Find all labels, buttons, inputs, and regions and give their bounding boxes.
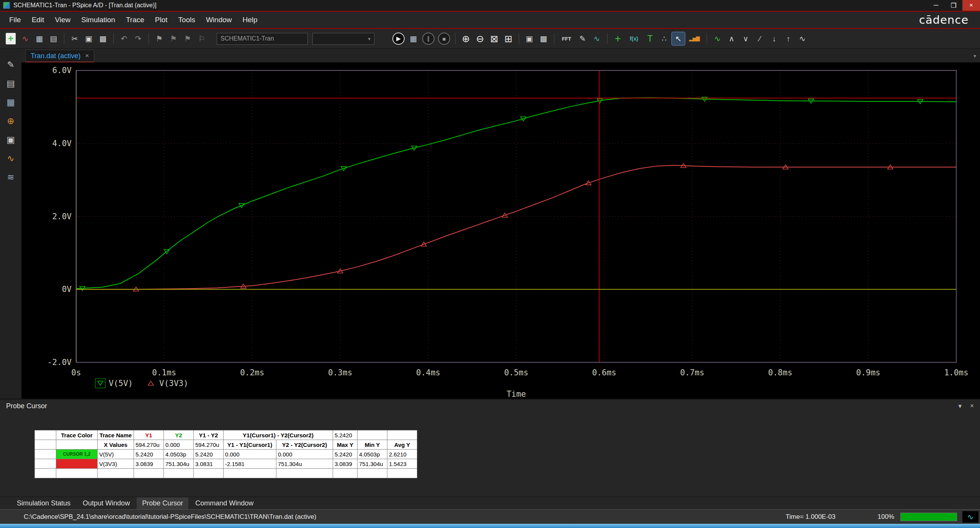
undo-icon[interactable]: ↶ [118,32,131,45]
menu-simulation[interactable]: Simulation [76,13,121,27]
copy-plot-icon[interactable]: ▣ [523,32,536,45]
app-icon [3,2,10,9]
circuit-file-icon[interactable]: ▦ [3,95,18,109]
close-icon[interactable]: × [85,52,89,60]
legend-label-V(3V3)[interactable]: V(3V3) [159,379,188,388]
add-trace-icon[interactable]: + [611,32,624,45]
tab-probe-cursor[interactable]: Probe Cursor [137,497,188,509]
cut-icon[interactable]: ✂ [68,32,81,45]
tab-simulation-status[interactable]: Simulation Status [11,497,76,509]
trace-swatch-cell [56,459,98,469]
v3v3-y2: 751.304u [164,459,194,469]
table-row: CURSOR 1,2 V(5V) 5.2420 4.0503p 5.2420 0… [35,450,417,459]
marker-tools-icon[interactable]: ≋ [3,170,18,184]
redo-icon[interactable]: ↷ [132,32,145,45]
simulation-output-icon[interactable]: ▤ [3,77,18,90]
paste-plot-icon[interactable]: ▩ [537,32,550,45]
search-trace-icon[interactable]: ⊕ [3,114,18,128]
toolbar-separator [607,33,608,44]
simulation-profile-combo[interactable]: SCHEMATIC1-Tran [217,33,308,45]
trace-name-v5v: V(5V) [98,450,134,459]
tab-tran-dat[interactable]: Tran.dat (active) × [25,50,94,62]
waveform-plot-area[interactable]: -2.0V0V2.0V4.0V6.0V0s0.1ms0.2ms0.3ms0.4m… [21,62,980,399]
cursor-trough-icon[interactable]: ∨ [739,32,752,45]
cursor-slope-icon[interactable]: ∕ [753,32,766,45]
cursor-trace-icon[interactable]: ∿ [711,32,724,45]
zoom-area-icon[interactable]: ⊞ [502,32,515,45]
toolbar-icons-right: ▶▦∥■⊕⊖⊠⊞▣▩FFT✎∿+f(x)T∴↖▂▅▇∿∧∨∕↓↑∿ [391,32,809,45]
zoom-out-icon[interactable]: ⊖ [474,32,487,45]
zoom-fit-icon[interactable]: ⊠ [488,32,501,45]
legend-marker-V(5V)[interactable] [98,381,103,385]
cursor-diff-value: 5.2420 [333,430,358,440]
menu-trace[interactable]: Trace [121,13,150,27]
titlebar: SCHEMATIC1-Tran - PSpice A/D - [Tran.dat… [0,0,980,11]
log-x-axis-icon[interactable]: ∿ [590,32,603,45]
new-simulation-icon[interactable]: + [6,33,16,44]
v5v-diff: 5.2420 [194,450,224,459]
legend-label-V(5V)[interactable]: V(5V) [109,379,133,388]
x-values-label: X Values [98,440,134,450]
evaluate-measurement-icon[interactable]: ✎ [576,32,589,45]
x-tick-label: 0.1ms [152,368,176,377]
col-y2: Y2 [164,430,194,440]
mark-data-points-icon[interactable]: ∴ [658,32,671,45]
toggle-cursor-icon[interactable]: ↖ [672,32,685,45]
histogram-icon[interactable]: ▂▅▇ [686,32,703,45]
evaluate-function-icon[interactable]: f(x) [626,32,642,45]
x-tick-label: 0.3ms [328,368,352,377]
chevron-down-icon[interactable]: ▾ [959,402,962,410]
x-tick-label: 0.8ms [768,368,792,377]
menu-file[interactable]: File [4,13,26,27]
menu-edit[interactable]: Edit [26,13,50,27]
cursor-min-icon[interactable]: ↓ [768,32,781,45]
print-icon[interactable]: ▤ [47,32,60,45]
close-button[interactable]: × [962,0,980,11]
save-icon[interactable]: ▦ [33,32,46,45]
text-label-icon[interactable]: T [644,32,657,45]
toggle-bookmark-icon[interactable]: ⚑ [153,32,166,45]
legend-marker-V(3V3)[interactable] [148,381,154,385]
measure-wave-icon[interactable]: ∿ [3,152,18,165]
restore-button[interactable]: ❒ [945,0,962,11]
menu-plot[interactable]: Plot [150,13,173,27]
taskbar-edge [0,524,980,528]
previous-bookmark-icon[interactable]: ⚑ [181,32,194,45]
fft-icon[interactable]: FFT [558,32,575,45]
probe-edit-icon[interactable]: ✎ [3,58,18,72]
minimize-button[interactable]: ─ [927,0,945,11]
v3v3-c2: 751.304u [276,459,333,469]
save-simulation-results-icon[interactable]: ▦ [407,32,420,45]
menu-view[interactable]: View [49,13,76,27]
cursor-max-icon[interactable]: ↑ [782,32,795,45]
x-value-cursor2: 0.000 [164,440,194,450]
panel-title: Probe Cursor [6,402,47,410]
open-simulation-icon[interactable]: ∿ [19,32,32,45]
cursor-peak-icon[interactable]: ∧ [725,32,738,45]
secondary-combo[interactable]: ▾ [312,33,374,45]
pause-simulation-icon[interactable]: ∥ [422,33,434,45]
stop-simulation-icon[interactable]: ■ [438,33,450,45]
zoom-in-icon[interactable]: ⊕ [459,32,472,45]
x-tick-label: 0.6ms [592,368,616,377]
copy-icon[interactable]: ▣ [82,32,95,45]
y-tick-label: 6.0V [52,66,72,75]
next-bookmark-icon[interactable]: ⚑ [167,32,180,45]
y-tick-label: 0V [62,285,72,294]
run-simulation-icon[interactable]: ▶ [392,33,405,45]
menu-tools[interactable]: Tools [173,13,201,27]
menu-help[interactable]: Help [237,13,263,27]
main-workspace: ✎▤▦⊕▣∿≋ Tran.dat (active) × ▾ -2.0V0V2.0… [0,49,980,399]
cursor-point-icon[interactable]: ∿ [796,32,809,45]
clear-bookmarks-icon[interactable]: ⚐ [195,32,208,45]
v5v-avg: 2.6210 [387,450,417,459]
copy-window-icon[interactable]: ▣ [3,133,18,147]
chevron-down-icon[interactable]: ▾ [973,53,976,59]
paste-icon[interactable]: ▩ [96,32,109,45]
document-area: Tran.dat (active) × ▾ -2.0V0V2.0V4.0V6.0… [21,49,980,399]
cadence-logo: cādence [919,13,969,26]
close-icon[interactable]: × [970,402,974,410]
tab-command-window[interactable]: Command Window [190,497,259,509]
menu-window[interactable]: Window [201,13,237,27]
tab-output-window[interactable]: Output Window [77,497,135,509]
